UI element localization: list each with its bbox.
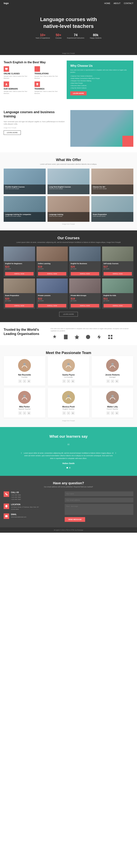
testimonial-dots bbox=[4, 467, 133, 468]
translations-label: TRANSLATIONS bbox=[35, 73, 63, 75]
course-info-2: Online Learning $19 per month bbox=[37, 261, 68, 271]
team-social-tw-2[interactable]: t bbox=[67, 379, 70, 383]
offer-img-credit: Image from Freepik bbox=[4, 223, 133, 225]
course-img-3 bbox=[69, 247, 101, 261]
course-enroll-button-7[interactable]: ENROLL NOW bbox=[71, 304, 99, 307]
logos-row bbox=[51, 334, 133, 340]
team-social-tw-5[interactable]: t bbox=[67, 411, 70, 415]
offer-card-3-label: Classes For 30+ Lorem ad Lorem sample. bbox=[91, 185, 133, 194]
hero-title: Language courses with native-level teach… bbox=[32, 16, 105, 30]
course-card-7: Private Mini-Groups $18 per month ENROLL… bbox=[69, 278, 101, 309]
team-avatar-3 bbox=[106, 359, 119, 372]
contact-subtitle: Our email address will not be published.… bbox=[4, 486, 133, 488]
team-socials-1: f t in bbox=[7, 379, 43, 383]
contact-email-input[interactable] bbox=[65, 498, 133, 502]
course-enroll-button-4[interactable]: ENROLL NOW bbox=[103, 272, 132, 276]
team-social-fb-6[interactable]: f bbox=[106, 411, 110, 415]
nav-home[interactable]: HOME bbox=[104, 2, 110, 4]
course-enroll-button-1[interactable]: ENROLL NOW bbox=[5, 272, 34, 276]
team-social-in-5[interactable]: in bbox=[71, 411, 75, 415]
team-avatar-2 bbox=[62, 359, 75, 372]
contact-location-item: LOCATION 123 Back Street, JT Avenue, New… bbox=[4, 503, 61, 510]
contact-phone-item: CALL US +123 456 7890 +123 456 7890 +123… bbox=[4, 491, 61, 501]
team-grid: Nat Reynolds Founder f t in Sasha Payne … bbox=[4, 356, 133, 418]
contact-submit-button[interactable]: SEND MESSAGE bbox=[65, 517, 85, 522]
training-img-credit: Image from Freepik bbox=[4, 127, 67, 129]
training-learn-more-button[interactable]: LEARN MORE bbox=[4, 130, 21, 135]
course-img-4 bbox=[102, 247, 134, 261]
course-enroll-button-6[interactable]: ENROLL NOW bbox=[38, 304, 66, 307]
nav-about[interactable]: ABOUT bbox=[113, 2, 121, 4]
course-price-3: $25 bbox=[71, 265, 99, 268]
course-price-7: $18 bbox=[71, 297, 99, 300]
offer-card-2-title: Long-Term English Courses bbox=[49, 186, 88, 188]
courses-grid: English for Beginners $23 per month ENRO… bbox=[4, 247, 133, 309]
trusted-title: Trusted by the World's Leading Organisat… bbox=[4, 328, 45, 336]
trusted-logo-5 bbox=[95, 334, 103, 340]
testimonial-text: Lorem ipsum dolor sit amet, consectetur … bbox=[24, 452, 113, 460]
team-social-fb-1[interactable]: f bbox=[18, 379, 22, 383]
courses-learn-more-button[interactable]: LEARN MORE bbox=[59, 312, 78, 317]
contact-message-input[interactable] bbox=[65, 504, 133, 515]
hero-stat-years-number: 10+ bbox=[36, 33, 50, 37]
team-social-in-4[interactable]: in bbox=[27, 411, 31, 415]
training-section: Language courses and business training N… bbox=[0, 104, 137, 152]
translations-desc: Sample Text. Click to select the Text El… bbox=[35, 75, 63, 79]
training-image bbox=[70, 110, 133, 147]
team-card-6: Walter Lilly French Teacher f t in bbox=[92, 388, 133, 418]
courses-title: Our Courses bbox=[4, 236, 133, 240]
course-card-3: English for Business $25 per month ENROL… bbox=[69, 247, 101, 277]
contact-phone-text: +123 456 7890 +123 456 7890 +123 456 789… bbox=[11, 494, 21, 501]
contact-phone-info: CALL US +123 456 7890 +123 456 7890 +123… bbox=[11, 491, 21, 501]
svg-point-19 bbox=[111, 395, 113, 397]
team-social-in-1[interactable]: in bbox=[27, 379, 31, 383]
team-social-in-2[interactable]: in bbox=[71, 379, 75, 383]
courses-section: Our Courses Lorem ipsum dolor sit amet, … bbox=[0, 230, 137, 322]
why-choose-learn-more-button[interactable]: LEARN MORE bbox=[70, 91, 87, 95]
teach-item-seminars: OUR SEMINARS Sample click. Click to sele… bbox=[4, 82, 32, 94]
trusted-left: Trusted by the World's Leading Organisat… bbox=[4, 328, 45, 340]
contact-left: CALL US +123 456 7890 +123 456 7890 +123… bbox=[4, 491, 61, 522]
course-img-8 bbox=[102, 278, 134, 293]
course-enroll-button-8[interactable]: ENROLL NOW bbox=[103, 304, 132, 307]
team-role-3: Manager bbox=[94, 376, 130, 378]
team-social-tw-4[interactable]: t bbox=[23, 411, 26, 415]
team-social-tw-1[interactable]: t bbox=[23, 379, 26, 383]
team-card-3: Jennie Roberts Manager f t in bbox=[92, 356, 133, 386]
team-social-in-6[interactable]: in bbox=[115, 411, 119, 415]
offer-card-5-title: Language training bbox=[49, 214, 88, 215]
team-social-tw-6[interactable]: t bbox=[111, 411, 114, 415]
course-enroll-button-5[interactable]: ENROLL NOW bbox=[5, 304, 34, 307]
testimonial-dot-2[interactable] bbox=[69, 467, 71, 468]
offer-grid: Flexible English Courses Lorem ad Lorem … bbox=[4, 168, 133, 222]
course-card-5: Exam Preparation $20 per month ENROLL NO… bbox=[4, 278, 35, 309]
online-classes-desc: Sample click. Click to select the Text E… bbox=[4, 75, 32, 79]
team-social-in-3[interactable]: in bbox=[115, 379, 119, 383]
offer-card-5-desc: Lorem ad lorem sample. bbox=[49, 215, 88, 217]
course-img-2 bbox=[37, 247, 68, 261]
seminars-desc: Sample click. Click to select the Text E… bbox=[4, 90, 32, 94]
team-social-fb-4[interactable]: f bbox=[18, 411, 22, 415]
team-social-tw-3[interactable]: t bbox=[111, 379, 114, 383]
course-enroll-button-3[interactable]: ENROLL NOW bbox=[71, 272, 99, 276]
testimonial-next-button[interactable]: › bbox=[113, 451, 118, 456]
course-enroll-button-2[interactable]: ENROLL NOW bbox=[38, 272, 66, 276]
seminars-icon bbox=[4, 82, 9, 87]
navigation: logo HOME ABOUT CONTACT bbox=[0, 0, 137, 6]
nav-contact[interactable]: CONTACT bbox=[124, 2, 133, 4]
svg-point-9 bbox=[87, 336, 89, 338]
course-price-label-8: per month bbox=[103, 300, 132, 301]
trainings-icon bbox=[35, 82, 40, 87]
team-social-fb-2[interactable]: f bbox=[62, 379, 66, 383]
team-social-fb-3[interactable]: f bbox=[106, 379, 110, 383]
testimonial-prev-button[interactable]: ‹ bbox=[19, 451, 24, 456]
contact-name-input[interactable] bbox=[65, 491, 133, 496]
team-social-fb-5[interactable]: f bbox=[62, 411, 66, 415]
contact-phone-title: CALL US bbox=[11, 491, 21, 493]
course-price-8: $11 bbox=[103, 297, 132, 300]
course-price-label-5: per month bbox=[5, 300, 34, 301]
offer-section: What We Offer Lorem ad lorem amet, quis … bbox=[0, 152, 137, 230]
course-price-1: $23 bbox=[5, 265, 34, 268]
course-info-5: Exam Preparation $20 per month bbox=[4, 293, 35, 303]
testimonial-dot-1[interactable] bbox=[66, 467, 68, 468]
